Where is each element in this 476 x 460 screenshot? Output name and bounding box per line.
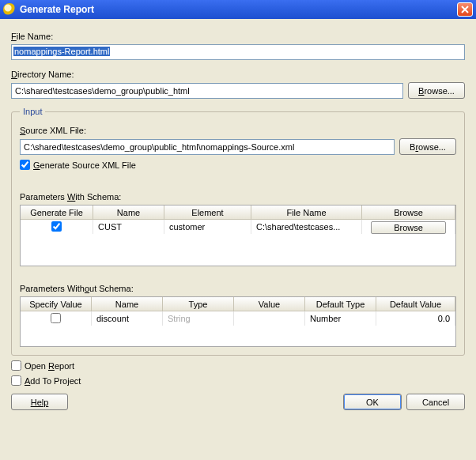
row2-specify-checkbox[interactable] [51, 313, 61, 323]
row-generate-checkbox[interactable] [51, 221, 62, 232]
browse-directory-button[interactable]: Browse... [408, 82, 465, 99]
row-file[interactable]: C:\shared\testcases... [251, 220, 362, 234]
generate-source-label: Generate Source XML File [33, 160, 136, 170]
input-legend: Input [20, 107, 45, 116]
row2-value[interactable] [234, 311, 305, 326]
params-without-schema-label: Parameters Without Schema: [20, 284, 456, 293]
col2-defval[interactable]: Default Value [376, 297, 455, 311]
col-generate-file[interactable]: Generate File [21, 205, 93, 220]
row2-deftype[interactable]: Number [305, 311, 376, 326]
col-name[interactable]: Name [93, 205, 164, 220]
col2-deftype[interactable]: Default Type [305, 297, 376, 311]
add-to-project-checkbox[interactable] [11, 375, 21, 386]
col2-name[interactable]: Name [92, 297, 163, 311]
params-with-schema-label: Parameters With Schema: [20, 192, 456, 202]
col-file-name[interactable]: File Name [251, 205, 362, 220]
row-browse-button[interactable]: Browse [371, 221, 446, 234]
help-button[interactable]: Help [11, 394, 68, 410]
col2-type[interactable]: Type [163, 297, 234, 311]
input-group: Input Source XML File: Browse... Generat… [11, 107, 465, 356]
col-element[interactable]: Element [164, 205, 251, 220]
cancel-button[interactable]: Cancel [406, 394, 465, 410]
open-report-label: Open Report [25, 361, 74, 371]
browse-source-button[interactable]: Browse... [399, 138, 456, 155]
titlebar: Generate Report [0, 0, 476, 19]
directory-name-label: Directory Name: [11, 70, 465, 79]
row2-defval[interactable]: 0.0 [376, 311, 455, 326]
row-element[interactable]: customer [164, 220, 251, 234]
params-with-schema-table: Generate File Name Element File Name Bro… [20, 205, 456, 266]
window-title: Generate Report [20, 4, 94, 15]
row2-name[interactable]: discount [92, 311, 163, 326]
table-row[interactable]: discount String Number 0.0 [21, 311, 455, 326]
ok-button[interactable]: OK [343, 394, 402, 410]
app-icon [3, 3, 16, 16]
source-xml-label: Source XML File: [20, 126, 456, 135]
open-report-checkbox[interactable] [11, 360, 21, 371]
params-without-schema-table: Specify Value Name Type Value Default Ty… [20, 296, 456, 347]
generate-source-checkbox[interactable] [20, 160, 30, 170]
row-name[interactable]: CUST [93, 220, 164, 234]
directory-input[interactable] [11, 83, 403, 99]
row2-type[interactable]: String [163, 311, 234, 326]
col-browse[interactable]: Browse [362, 205, 455, 220]
file-name-input[interactable]: nomappings-Report.html [11, 44, 465, 60]
add-to-project-label: Add To Project [25, 376, 81, 386]
file-name-label: File Name: [11, 32, 465, 41]
close-button[interactable] [457, 2, 473, 17]
col2-value[interactable]: Value [234, 297, 305, 311]
source-xml-input[interactable] [20, 139, 395, 155]
close-icon [461, 6, 469, 13]
col2-specify[interactable]: Specify Value [21, 297, 92, 311]
table-row[interactable]: CUST customer C:\shared\testcases... Bro… [21, 220, 455, 234]
